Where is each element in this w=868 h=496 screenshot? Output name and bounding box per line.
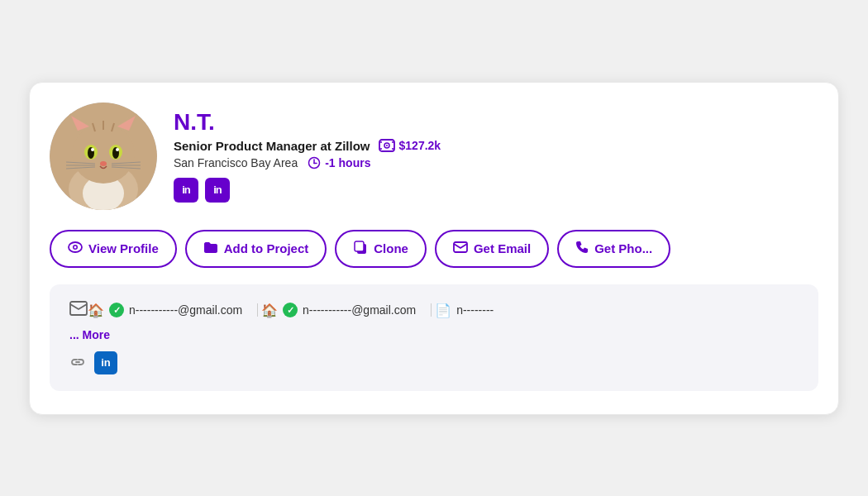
contacts-section: 🏠 ✓ n-----------@gmail.com 🏠 ✓ n--------…	[50, 284, 818, 391]
mail-icon	[69, 301, 88, 320]
linkedin-icon-2[interactable]: in	[205, 178, 230, 203]
clone-icon	[353, 240, 368, 258]
svg-point-17	[100, 161, 107, 166]
folder-icon	[203, 241, 218, 257]
clone-label: Clone	[374, 241, 408, 255]
linkedin-icon-1[interactable]: in	[174, 178, 198, 203]
email-icon	[453, 241, 468, 256]
get-email-button[interactable]: Get Email	[435, 230, 549, 268]
view-profile-label: View Profile	[88, 241, 159, 255]
profile-info: N.T. Senior Product Manager at Zillow $1…	[174, 103, 818, 203]
clone-button[interactable]: Clone	[335, 230, 427, 268]
add-to-project-button[interactable]: Add to Project	[185, 230, 327, 268]
clock-icon	[308, 156, 321, 169]
salary-amount: $127.2k	[399, 139, 441, 152]
social-row: in	[69, 351, 799, 374]
profile-card: N.T. Senior Product Manager at Zillow $1…	[29, 82, 839, 415]
time-offset: -1 hours	[325, 156, 370, 169]
get-phone-button[interactable]: Get Pho...	[557, 230, 670, 268]
get-email-label: Get Email	[474, 241, 531, 255]
get-phone-label: Get Pho...	[594, 241, 652, 255]
svg-point-26	[386, 145, 388, 146]
more-link[interactable]: ... More	[69, 328, 799, 341]
location-text: San Francisco Bay Area	[174, 156, 298, 169]
profile-section: N.T. Senior Product Manager at Zillow $1…	[50, 103, 818, 210]
doc-icon: 📄	[435, 303, 451, 318]
view-profile-button[interactable]: View Profile	[50, 230, 177, 268]
avatar	[50, 103, 157, 210]
email-text-2: n-----------@gmail.com	[303, 303, 416, 317]
home-icon-2: 🏠	[261, 303, 278, 318]
contact-item-1: 🏠 ✓ n-----------@gmail.com	[88, 303, 242, 318]
linkedin-icons: in in	[174, 178, 818, 203]
profile-title-row: Senior Product Manager at Zillow $127.2k	[174, 139, 818, 153]
separator-1	[257, 303, 258, 317]
phone-icon	[575, 241, 589, 257]
svg-point-16	[116, 148, 119, 151]
eye-icon	[68, 241, 83, 256]
verified-badge-1: ✓	[109, 303, 124, 317]
contact-item-3: 📄 n--------	[435, 303, 494, 318]
actions-row: View Profile Add to Project Clone	[50, 230, 818, 268]
salary-badge: $127.2k	[379, 139, 441, 152]
separator-2	[431, 303, 432, 317]
link-icon	[69, 354, 86, 371]
location-row: San Francisco Bay Area -1 hours	[174, 156, 818, 169]
salary-icon	[379, 139, 395, 152]
profile-name: N.T.	[174, 109, 818, 136]
svg-point-15	[91, 148, 94, 151]
add-to-project-label: Add to Project	[224, 241, 309, 255]
time-badge: -1 hours	[308, 156, 370, 169]
profile-title: Senior Product Manager at Zillow	[174, 139, 370, 153]
contacts-row: 🏠 ✓ n-----------@gmail.com 🏠 ✓ n--------…	[69, 301, 799, 320]
svg-point-3	[72, 124, 135, 184]
linkedin-social-icon[interactable]: in	[94, 351, 117, 374]
verified-badge-2: ✓	[283, 303, 298, 317]
contact-item-2: 🏠 ✓ n-----------@gmail.com	[261, 303, 416, 318]
email-text-1: n-----------@gmail.com	[129, 303, 242, 317]
svg-point-36	[74, 246, 77, 248]
svg-rect-38	[355, 241, 364, 251]
home-icon-1: 🏠	[88, 303, 104, 318]
email-text-3: n--------	[456, 303, 494, 317]
